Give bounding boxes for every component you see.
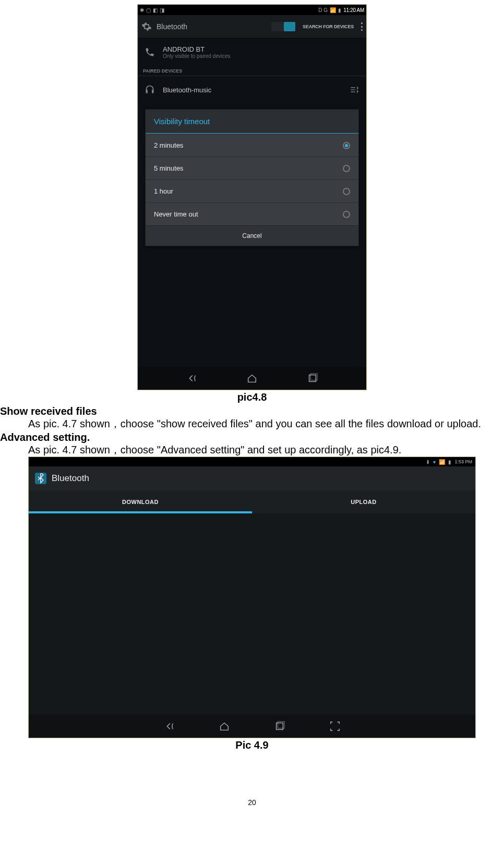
screenshot-pic4.8: ✱ ▢ ◧ ◨ D G 📶 ▮ 11:20 AM Bluetooth SEARC… — [137, 4, 367, 390]
status-indicator-generic2: ◧ — [153, 7, 158, 13]
wifi-icon: ▾ — [433, 459, 436, 465]
radio-icon — [343, 211, 350, 218]
figure-caption: pic4.8 — [0, 391, 504, 403]
battery-icon: ▮ — [448, 459, 451, 465]
dialog-option-label: 5 minutes — [154, 164, 183, 172]
status-indicator-bluetooth: ✱ — [140, 7, 144, 13]
radio-icon — [343, 165, 350, 172]
status-clock: 11:20 AM — [343, 7, 364, 13]
paired-device-row[interactable]: Bluetooth-music — [138, 76, 366, 103]
overflow-menu-icon[interactable] — [361, 22, 363, 31]
screenshot-icon[interactable] — [328, 719, 342, 733]
dialog-option-label: Never time out — [154, 210, 198, 218]
page-number: 20 — [0, 798, 504, 807]
battery-icon: ▮ — [338, 7, 341, 13]
home-icon[interactable] — [245, 371, 259, 385]
signal-icon: 📶 — [439, 459, 445, 465]
status-clock: 1:53 PM — [454, 459, 472, 464]
status-indicator-generic: ▢ — [146, 7, 151, 13]
screenshot-pic4.9: ⬇ ▾ 📶 ▮ 1:53 PM Bluetooth DOWNLOAD UPLOA… — [28, 457, 476, 738]
home-icon[interactable] — [218, 719, 231, 733]
nav-bar — [138, 367, 366, 390]
dialog-option-never[interactable]: Never time out — [146, 202, 358, 225]
download-icon: ⬇ — [426, 459, 430, 465]
tab-label: UPLOAD — [351, 499, 376, 505]
dialog-cancel-button[interactable]: Cancel — [146, 225, 358, 246]
svg-rect-3 — [278, 722, 284, 728]
back-icon[interactable] — [162, 719, 176, 733]
dialog-title: Visibility timeout — [146, 110, 358, 134]
phone-icon — [144, 46, 155, 58]
my-device-row[interactable]: ANDROID BT Only visible to paired device… — [138, 38, 366, 65]
radio-icon — [343, 142, 350, 149]
tab-label: DOWNLOAD — [122, 499, 159, 505]
status-indicator-generic3: ◨ — [160, 7, 164, 13]
tab-download[interactable]: DOWNLOAD — [29, 490, 252, 513]
bluetooth-header: Bluetooth SEARCH FOR DEVICES — [138, 15, 366, 38]
my-device-name: ANDROID BT — [163, 45, 231, 53]
radio-icon — [343, 188, 350, 195]
tab-upload[interactable]: UPLOAD — [252, 490, 475, 513]
visibility-timeout-dialog: Visibility timeout 2 minutes 5 minutes 1… — [145, 109, 359, 246]
paired-devices-label: PAIRED DEVICES — [138, 65, 366, 76]
settings-icon — [141, 21, 152, 32]
bluetooth-toggle[interactable] — [271, 22, 295, 31]
recent-apps-icon[interactable] — [273, 719, 286, 733]
bluetooth-icon — [35, 473, 46, 484]
paragraph-1: As pic. 4.7 shown，choose "show received … — [28, 417, 504, 430]
back-icon[interactable] — [185, 371, 198, 385]
paragraph-2: As pic. 4.7 shown，choose "Advanced setti… — [28, 443, 504, 457]
bluetooth-title: Bluetooth — [52, 473, 89, 484]
svg-rect-0 — [309, 375, 316, 382]
search-for-devices[interactable]: SEARCH FOR DEVICES — [303, 24, 354, 29]
my-device-subtitle: Only visible to paired devices — [163, 53, 231, 59]
tabs: DOWNLOAD UPLOAD — [29, 490, 475, 513]
status-bar: ⬇ ▾ 📶 ▮ 1:53 PM — [29, 457, 475, 466]
signal-icon: 📶 — [330, 7, 336, 13]
status-bar: ✱ ▢ ◧ ◨ D G 📶 ▮ 11:20 AM — [138, 5, 366, 15]
nav-bar — [29, 715, 475, 738]
bluetooth-header: Bluetooth — [29, 466, 475, 490]
dialog-option-5-minutes[interactable]: 5 minutes — [146, 157, 358, 179]
bluetooth-title: Bluetooth — [157, 22, 267, 31]
headphones-icon — [144, 84, 155, 95]
status-network-label: D G — [318, 7, 328, 13]
paired-device-name: Bluetooth-music — [163, 86, 341, 94]
dialog-option-2-minutes[interactable]: 2 minutes — [146, 134, 358, 157]
figure-caption: Pic 4.9 — [0, 739, 504, 751]
heading-advanced-setting: Advanced setting. — [0, 431, 504, 443]
device-settings-icon[interactable] — [349, 84, 360, 95]
svg-rect-2 — [277, 723, 283, 730]
recent-apps-icon[interactable] — [306, 371, 319, 385]
heading-show-received-files: Show received files — [0, 405, 504, 417]
svg-rect-1 — [310, 374, 317, 380]
dialog-option-label: 1 hour — [154, 187, 173, 195]
dialog-option-label: 2 minutes — [154, 141, 183, 149]
dialog-option-1-hour[interactable]: 1 hour — [146, 179, 358, 202]
